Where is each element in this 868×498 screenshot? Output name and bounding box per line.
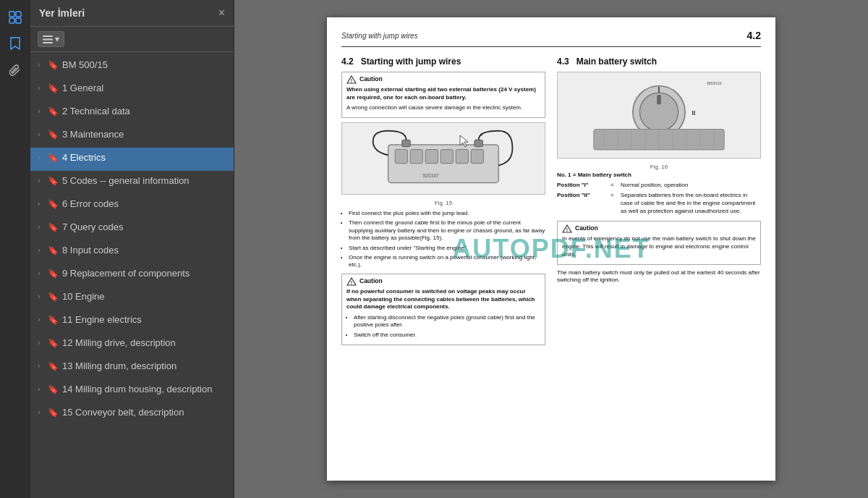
sidebar-item-label: 6 Error codes [62,198,228,211]
sidebar-item-10engine[interactable]: › 🔖 10 Engine [30,287,234,310]
svg-rect-6 [43,42,53,43]
expand-arrow: › [38,292,45,300]
sidebar-item-label: 9 Replacement of components [62,267,228,280]
sidebar-item-1general[interactable]: › 🔖 1 General [30,78,234,101]
sidebar-item-11engine-electrics[interactable]: › 🔖 11 Engine electrics [30,310,234,333]
caution-2-bullets: After starting disconnect the negative p… [346,314,540,339]
caution-title-1: ! Caution [346,75,540,84]
sidebar-item-15conveyor[interactable]: › 🔖 15 Conveyor belt, description [30,402,234,426]
document-page: ‹ AUTOPDF.NET Starting with jump wires 4… [327,17,775,481]
sidebar-toolbar-btn[interactable]: ▾ [38,31,64,47]
sidebar-list: › 🔖 BM 500/15 › 🔖 1 General › 🔖 2 Techni… [30,52,234,498]
bookmarks-icon[interactable] [4,32,27,55]
section-43-heading: Main battery switch [576,56,657,67]
expand-arrow: › [38,246,45,254]
sidebar-item-2technical[interactable]: › 🔖 2 Technical data [30,101,234,124]
position-i-eq: = [610,181,618,189]
right-column: 4.3 Main battery switch I [557,54,761,350]
bullet-4: Once the engine is running switch on a p… [349,254,545,269]
svg-rect-10 [395,149,407,163]
expand-arrow: › [38,200,45,208]
bookmark-icon: 🔖 [48,83,59,93]
svg-text:!: ! [351,280,352,285]
sidebar-item-5codes[interactable]: › 🔖 5 Codes -- general information [30,171,234,194]
section-42-heading: Starting with jump wires [361,56,461,67]
bullet-3: Start as described under "Starting the e… [349,245,545,252]
expand-arrow: › [38,408,45,416]
bookmark-icon: 🔖 [48,408,59,418]
svg-rect-27 [657,95,661,104]
expand-arrow: › [38,362,45,370]
figure-15: + - 920167 [341,122,545,195]
expand-arrow: › [38,84,45,92]
section-42-number: 4.2 [341,56,354,67]
sidebar-item-label: 2 Technical data [62,105,228,118]
position-ii-eq: = [610,191,618,199]
bookmark-icon: 🔖 [48,292,59,302]
page-header: Starting with jump wires 4.2 [341,29,761,47]
caution-label-2: Caution [359,277,383,286]
sidebar-item-label: 11 Engine electrics [62,313,228,326]
svg-rect-4 [43,35,53,37]
sidebar-item-3maintenance[interactable]: › 🔖 3 Maintenance [30,124,234,148]
sidebar-close-button[interactable]: × [218,7,225,19]
expand-arrow: › [38,223,45,231]
sidebar-item-9replacement[interactable]: › 🔖 9 Replacement of components [30,263,234,287]
expand-arrow: › [38,61,45,69]
section-43-title: 4.3 Main battery switch [557,56,761,68]
bookmark-icon: 🔖 [48,269,59,279]
svg-rect-5 [43,38,53,40]
bookmark-icon: 🔖 [48,176,59,186]
fig-15-label: Fig. 15 [341,199,545,207]
svg-rect-14 [456,149,468,163]
svg-rect-12 [425,149,438,163]
svg-rect-3 [16,18,21,23]
svg-rect-11 [410,149,422,163]
fig-16-label: Fig. 16 [557,163,761,171]
svg-rect-1 [16,12,21,17]
svg-rect-13 [441,149,453,163]
extra-note: The main battery switch must only be pul… [557,269,761,285]
sidebar-item-12milling-drive[interactable]: › 🔖 12 Milling drive, description [30,333,234,356]
sidebar-item-13milling-drum[interactable]: › 🔖 13 Milling drum, description [30,356,234,379]
attachments-icon[interactable] [4,58,27,81]
left-column: 4.2 Starting with jump wires ! Caution [341,54,545,350]
sidebar-item-label: 10 Engine [62,290,228,303]
sidebar-item-label: BM 500/15 [62,59,228,72]
sidebar-item-label: 14 Milling drum housing, description [62,383,228,396]
sidebar-item-label: 7 Query codes [62,221,228,234]
svg-text:920167: 920167 [422,173,439,178]
bookmark-icon: 🔖 [48,384,59,394]
bookmark-icon: 🔖 [48,130,59,140]
expand-arrow: › [38,130,45,138]
svg-text:II: II [692,109,696,116]
position-ii-label: Position "II" [557,191,608,199]
svg-text:BB3033: BB3033 [707,81,722,85]
sidebar-item-label: 8 Input codes [62,244,228,257]
expand-arrow: › [38,316,45,324]
bookmark-icon: 🔖 [48,106,59,117]
sidebar-item-label: 3 Maintenance [62,128,228,141]
sidebar-item-7query[interactable]: › 🔖 7 Query codes [30,217,234,240]
svg-text:!: ! [351,78,352,83]
sidebar-title: Yer İmleri [39,7,85,19]
sidebar-item-label: 15 Conveyor belt, description [62,406,228,419]
position-ii-text: Separates batteries from the on-board el… [621,191,761,216]
sidebar-item-label: 1 General [62,82,228,95]
sidebar-item-4electrics[interactable]: › 🔖 4 Electrics [30,148,234,171]
sidebar-item-14milling-housing[interactable]: › 🔖 14 Milling drum housing, description [30,379,234,402]
position-i-label: Position "I" [557,181,608,189]
sidebar-item-8input[interactable]: › 🔖 8 Input codes [30,240,234,263]
sidebar-item-label: 13 Milling drum, description [62,360,228,373]
sidebar-item-6error[interactable]: › 🔖 6 Error codes [30,194,234,217]
sidebar-item-bm500[interactable]: › 🔖 BM 500/15 [30,55,234,78]
pages-icon[interactable] [4,6,27,29]
page-header-title: Starting with jump wires [341,31,418,41]
main-content: ‹ AUTOPDF.NET Starting with jump wires 4… [234,0,868,498]
caution-2-bullet-2: Switch off the consumer. [354,332,540,339]
sidebar-item-label: 4 Electrics [62,151,228,164]
bullet-1: First connect the plus poles with the ju… [349,210,545,217]
figure-16: I II [557,72,761,159]
sidebar-panel: Yer İmleri × ▾ › 🔖 BM 500/15 › 🔖 1 Gener… [30,0,234,498]
svg-text:!: ! [566,227,568,232]
